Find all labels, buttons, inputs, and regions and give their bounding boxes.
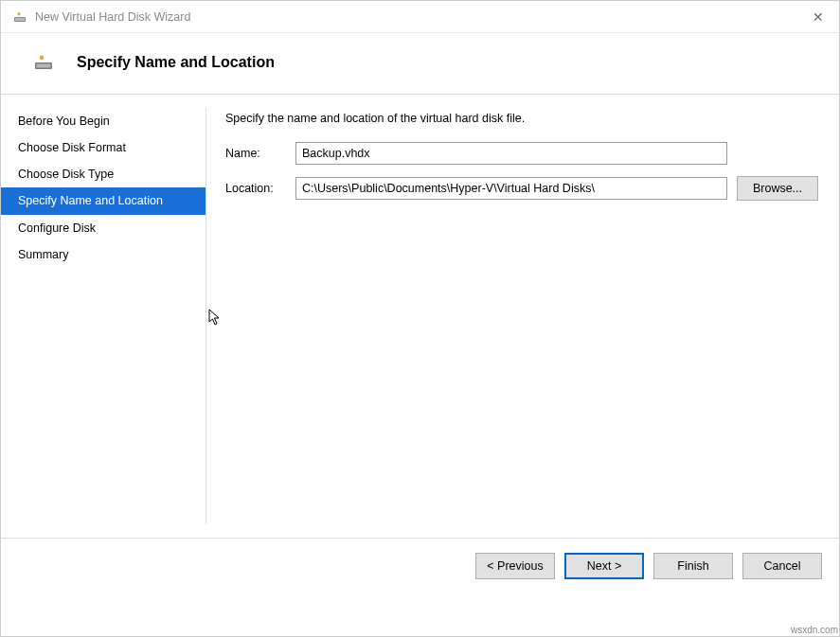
titlebar: New Virtual Hard Disk Wizard ✕ [1,1,839,33]
cancel-button[interactable]: Cancel [742,553,822,579]
finish-button[interactable]: Finish [653,553,733,579]
sidebar-item-specify-name-and-location[interactable]: Specify Name and Location [1,187,206,214]
hdd-icon [12,11,27,23]
sidebar-item-choose-disk-type[interactable]: Choose Disk Type [1,161,206,187]
close-icon[interactable]: ✕ [809,6,828,28]
wizard-main: Specify the name and location of the vir… [206,95,839,538]
window-title: New Virtual Hard Disk Wizard [35,10,190,24]
sidebar-item-configure-disk[interactable]: Configure Disk [1,215,206,241]
wizard-body: Before You Begin Choose Disk Format Choo… [1,95,839,538]
name-label: Name: [225,147,286,160]
browse-button[interactable]: Browse... [737,176,818,201]
wizard-sidebar: Before You Begin Choose Disk Format Choo… [1,95,206,538]
next-button[interactable]: Next > [564,553,644,579]
name-input[interactable] [295,142,727,165]
sidebar-item-before-you-begin[interactable]: Before You Begin [1,108,206,134]
svg-rect-2 [15,18,25,21]
wizard-footer: < Previous Next > Finish Cancel [1,538,839,594]
name-row: Name: [225,142,818,165]
location-label: Location: [225,182,286,195]
instruction-text: Specify the name and location of the vir… [225,112,818,125]
wizard-header: Specify Name and Location [1,33,839,94]
watermark-text: wsxdn.com [791,625,838,635]
hdd-header-icon [33,54,54,71]
sidebar-item-summary[interactable]: Summary [1,241,206,268]
titlebar-left: New Virtual Hard Disk Wizard [12,10,190,24]
previous-button[interactable]: < Previous [475,553,555,579]
svg-rect-5 [37,64,51,68]
sidebar-item-choose-disk-format[interactable]: Choose Disk Format [1,134,206,161]
location-input[interactable] [295,177,727,200]
location-row: Location: Browse... [225,176,818,201]
page-title: Specify Name and Location [77,54,275,71]
